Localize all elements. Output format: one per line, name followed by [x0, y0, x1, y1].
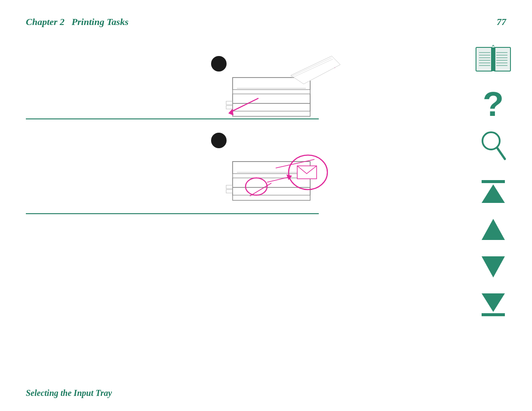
svg-point-25 [246, 178, 267, 195]
nav-up-button[interactable] [478, 215, 508, 245]
book-svg [474, 43, 513, 75]
svg-rect-12 [226, 101, 233, 105]
first-up-arrow-svg [478, 178, 508, 206]
svg-rect-13 [226, 106, 233, 109]
svg-rect-29 [494, 47, 510, 71]
svg-rect-0 [233, 78, 310, 116]
nav-first-up-button[interactable] [478, 178, 508, 208]
down-arrow-svg [478, 253, 508, 281]
svg-marker-8 [228, 109, 233, 115]
search-svg [478, 129, 508, 163]
svg-rect-15 [233, 187, 310, 195]
question-svg: ? [478, 85, 508, 119]
last-down-arrow-svg [478, 290, 508, 318]
search-icon[interactable] [478, 129, 508, 165]
svg-line-7 [230, 98, 258, 112]
svg-rect-2 [233, 94, 310, 103]
printer-illustration-2 [224, 136, 345, 207]
page-footer: Selecting the Input Tray [26, 388, 112, 398]
chapter-title: Chapter 2 Printing Tasks [26, 16, 128, 28]
svg-line-26 [267, 177, 291, 182]
main-content [26, 43, 452, 377]
svg-rect-16 [233, 178, 310, 187]
nav-last-down-button[interactable] [478, 290, 508, 320]
svg-marker-49 [482, 256, 505, 277]
svg-rect-19 [226, 185, 233, 189]
svg-rect-28 [476, 47, 492, 71]
printer-svg-1 [224, 52, 345, 123]
footer-label: Selecting the Input Tray [26, 388, 112, 398]
svg-rect-30 [491, 47, 495, 71]
nav-down-button[interactable] [478, 253, 508, 283]
question-icon[interactable]: ? [478, 85, 508, 121]
sidebar: ? [459, 43, 528, 324]
up-arrow-svg [478, 215, 508, 243]
svg-rect-51 [482, 313, 505, 316]
page-header: Chapter 2 Printing Tasks 77 [0, 16, 532, 28]
svg-rect-46 [482, 180, 505, 183]
svg-marker-50 [482, 293, 505, 312]
svg-line-45 [497, 148, 505, 159]
svg-text:?: ? [483, 85, 504, 119]
page-number: 77 [497, 16, 506, 28]
svg-marker-48 [482, 219, 505, 240]
printer-svg-2 [224, 136, 345, 207]
svg-rect-1 [233, 103, 310, 111]
svg-rect-20 [226, 190, 233, 193]
svg-marker-47 [482, 184, 505, 203]
book-icon[interactable] [474, 43, 513, 77]
svg-marker-9 [291, 56, 340, 84]
printer-illustration-1 [224, 52, 345, 123]
divider-2 [26, 213, 319, 214]
